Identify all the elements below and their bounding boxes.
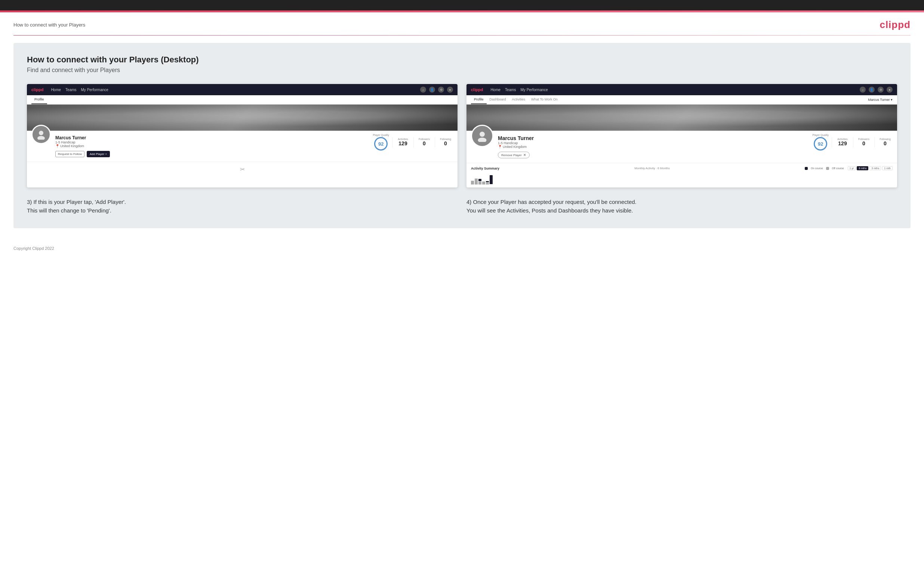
activities-value: 129 [399,140,407,147]
screenshot1-nav-teams[interactable]: Teams [65,88,76,92]
following-label-2: Following [880,138,891,140]
bar-5-on [486,181,489,182]
remove-x-icon: ✕ [523,153,526,157]
tab-dashboard[interactable]: Dashboard [487,95,509,104]
chart-col-1 [471,181,474,184]
screenshot2-stats: Player Quality 92 Activities 129 Followe… [812,134,893,150]
caption-1: 3) If this is your Player tap, 'Add Play… [27,198,457,215]
request-follow-button[interactable]: Request to Follow [55,151,84,157]
screenshot1-handicap: 1-5 Handicap [55,140,368,144]
chart-col-5 [486,181,489,184]
screenshot1-hero [27,105,457,131]
svg-point-3 [478,138,487,142]
screenshot1-bottom: ✂ [27,162,457,177]
following-value-2: 0 [884,140,887,147]
bar-2-off [475,179,478,184]
screenshot2-nav-myperformance[interactable]: My Performance [521,88,548,92]
screenshot-1: clippd Home Teams My Performance ⌕ 👤 ⚙ ●… [27,84,457,187]
settings-icon[interactable]: ⚙ [438,87,444,93]
screenshot1-location: 📍 United Kingdom [55,144,368,148]
screenshot1-nav-home[interactable]: Home [51,88,61,92]
main-content: How to connect with your Players (Deskto… [13,43,911,228]
offcourse-legend-label: Off course [832,167,844,169]
screenshot2-avatar-wrapper [471,125,493,147]
tab-profile-2[interactable]: Profile [471,95,487,104]
tab-player-name: Marcus Turner ▾ [868,95,893,104]
page-header: How to connect with your Players clippd [0,12,924,35]
screenshot1-nav-myperformance[interactable]: My Performance [81,88,108,92]
screenshot1-player-name: Marcus Turner [55,135,368,140]
time-buttons: 1 yr 6 mths 3 mths 1 mth [848,166,893,170]
activity-summary: Activity Summary Monthly Activity · 6 Mo… [467,163,897,187]
chart-col-4 [482,181,485,184]
search-icon[interactable]: ⌕ [420,87,426,93]
activity-controls: On course Off course 1 yr 6 mths 3 mths … [805,166,893,170]
stat-divider-5 [853,137,853,148]
screenshot2-followers-stat: Followers 0 [856,138,871,147]
screenshot2-activities-stat: Activities 129 [835,138,850,147]
offcourse-legend-dot [826,167,829,170]
settings-icon-2[interactable]: ⚙ [878,87,884,93]
location-pin-icon: 📍 [55,144,60,148]
screenshot1-followers-stat: Followers 0 [417,138,432,147]
stat-divider-2 [414,137,414,148]
screenshot1-activities-stat: Activities 129 [396,138,410,147]
time-btn-1yr[interactable]: 1 yr [848,166,856,170]
svg-point-1 [37,136,45,140]
profile-icon-2[interactable]: ● [887,87,893,93]
clippd-logo: clippd [880,19,911,31]
profile-icon[interactable]: ● [447,87,453,93]
location-pin-icon-2: 📍 [498,145,502,148]
scissors-icon: ✂ [240,166,245,173]
activities-label-2: Activities [837,138,848,140]
screenshot2-profile-content: Marcus Turner 1-5 Handicap 📍 United King… [467,131,897,163]
screenshot2-nav-icons: ⌕ 👤 ⚙ ● [860,87,893,93]
screenshot1-avatar [31,125,51,144]
bar-5-off [486,183,489,184]
screenshot1-avatar-wrapper [31,125,51,144]
search-icon-2[interactable]: ⌕ [860,87,866,93]
time-btn-6mths[interactable]: 6 mths [857,166,868,170]
user-icon[interactable]: 👤 [429,87,435,93]
tab-what-to-work-on[interactable]: What To Work On [528,95,561,104]
chart-col-2 [475,178,478,184]
header-divider [13,35,911,35]
time-btn-1mth[interactable]: 1 mth [882,166,893,170]
activity-legend: On course Off course [805,167,844,170]
screenshot1-profile-info: Marcus Turner 1-5 Handicap 📍 United King… [55,134,368,157]
screenshot2-logo: clippd [471,87,483,92]
add-player-button[interactable]: Add Player + [87,151,110,157]
remove-player-button[interactable]: Remove Player ✕ [498,152,530,158]
page-footer: Copyright Clippd 2022 [0,242,924,255]
screenshot2-hero [467,105,897,131]
user-icon-2[interactable]: 👤 [869,87,875,93]
quality-label-2: Player Quality [812,134,829,136]
screenshot1-nav: clippd Home Teams My Performance ⌕ 👤 ⚙ ● [27,84,457,95]
screenshot1-profile-content: Marcus Turner 1-5 Handicap 📍 United King… [27,131,457,162]
screenshot2-nav-teams[interactable]: Teams [505,88,516,92]
chart-col-6 [489,175,493,184]
breadcrumb: How to connect with your Players [13,22,85,27]
tab-activities[interactable]: Activities [509,95,528,104]
bar-4-off [482,182,485,184]
activities-value-2: 129 [838,140,846,147]
caption-1-text: 3) If this is your Player tap, 'Add Play… [27,198,457,215]
quality-circle-2: 92 [814,137,827,150]
screenshot2-nav-home[interactable]: Home [490,88,501,92]
activity-period: Monthly Activity · 6 Months [634,166,670,170]
screenshot1-nav-icons: ⌕ 👤 ⚙ ● [420,87,453,93]
tab-profile[interactable]: Profile [31,95,47,104]
stat-divider-6 [874,137,875,148]
chart-col-3 [478,179,481,184]
stat-divider-3 [435,137,435,148]
screenshot-2: clippd Home Teams My Performance ⌕ 👤 ⚙ ●… [467,84,897,187]
followers-label-2: Followers [858,138,869,140]
oncourse-legend-label: On course [811,167,823,169]
page-subtitle: Find and connect with your Players [27,67,897,74]
bar-3-off [478,182,481,184]
time-btn-3mths[interactable]: 3 mths [869,166,881,170]
quality-circle: 92 [374,137,388,150]
activity-chart [471,173,893,184]
screenshot1-tabs: Profile [27,95,457,105]
screenshot2-nav: clippd Home Teams My Performance ⌕ 👤 ⚙ ● [467,84,897,95]
